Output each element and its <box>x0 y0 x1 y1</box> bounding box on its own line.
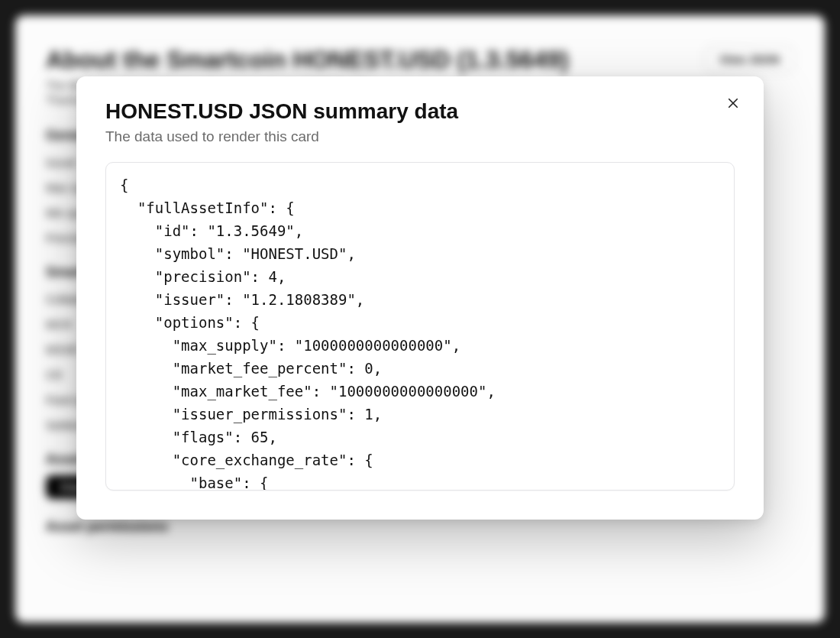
modal-title: HONEST.USD JSON summary data <box>105 99 735 124</box>
close-icon <box>726 96 740 112</box>
json-code-content: { "fullAssetInfo": { "id": "1.3.5649", "… <box>120 173 720 491</box>
modal-backdrop[interactable]: HONEST.USD JSON summary data The data us… <box>0 0 840 638</box>
json-summary-modal: HONEST.USD JSON summary data The data us… <box>76 76 764 520</box>
close-button[interactable] <box>722 93 744 115</box>
json-code-box[interactable]: { "fullAssetInfo": { "id": "1.3.5649", "… <box>105 162 735 491</box>
modal-subtitle: The data used to render this card <box>105 128 735 145</box>
